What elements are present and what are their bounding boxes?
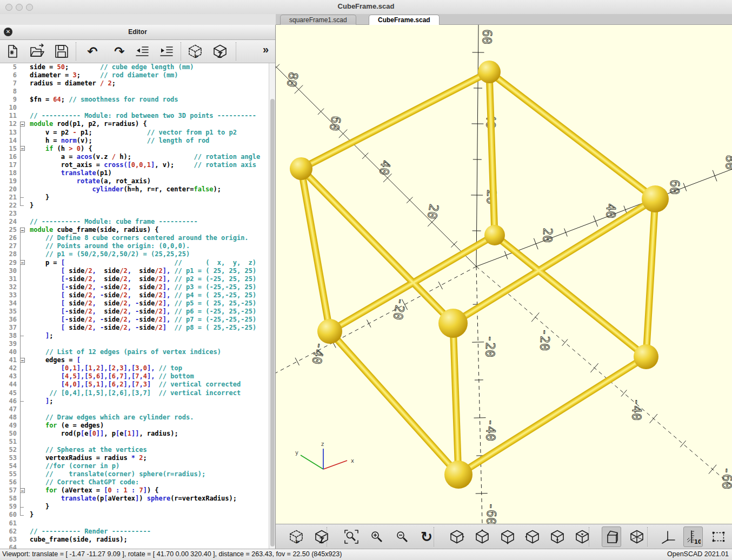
code-editor[interactable]: 5side = 50; // cube edge length (mm)6dia…: [0, 63, 275, 550]
line-number: 49: [0, 422, 19, 430]
view-top-button[interactable]: [473, 526, 492, 547]
tab-squareframe1[interactable]: squareFrame1.scad: [280, 15, 356, 25]
code-line[interactable]: 6diameter = 3; // rod diameter (mm): [0, 71, 275, 79]
unindent-button[interactable]: [133, 42, 151, 61]
view-right-button[interactable]: [447, 526, 467, 547]
code-line[interactable]: 17 rot_axis = cross([0,0,1], v); // rota…: [0, 161, 275, 169]
view-left-button[interactable]: [523, 526, 542, 547]
code-line[interactable]: 5side = 50; // cube edge length (mm): [0, 63, 275, 71]
code-line[interactable]: 51: [0, 438, 275, 446]
close-panel-icon[interactable]: ✕: [4, 28, 12, 36]
code-line[interactable]: 32 [-side/2, -side/2, side/2], // p3 = (…: [0, 283, 275, 291]
scrollbar-thumb[interactable]: [270, 99, 275, 546]
view-bottom-button[interactable]: [498, 526, 517, 547]
code-line[interactable]: 47: [0, 405, 275, 414]
code-line[interactable]: 25−module cube_frame(side, radius) {: [0, 226, 275, 234]
code-line[interactable]: 16 a = acos(v.z / h); // rotation angle: [0, 153, 275, 161]
code-line[interactable]: 59 }: [0, 503, 275, 511]
code-line[interactable]: 56 // Correct ChatGPT code:: [0, 478, 275, 486]
code-line[interactable]: 44 [4,0],[5,1],[6,2],[7,3] // vertical c…: [0, 381, 275, 389]
code-line[interactable]: 19 rotate(a, rot_axis): [0, 177, 275, 185]
code-line[interactable]: 23: [0, 210, 275, 218]
zoom-out-button[interactable]: [392, 526, 412, 547]
view-all-button[interactable]: [709, 526, 728, 547]
code-line[interactable]: 29− p = [ // ( x, y, z): [0, 259, 275, 267]
code-line[interactable]: 38 ];: [0, 332, 275, 340]
code-line[interactable]: 33 [ side/2, -side/2, side/2], // p4 = (…: [0, 291, 275, 299]
code-line[interactable]: 46 ];: [0, 397, 275, 405]
code-line[interactable]: 20 cylinder(h=h, r=r, center=false);: [0, 185, 275, 194]
code-line[interactable]: 10: [0, 104, 275, 112]
code-line[interactable]: 24// ---------- Module: cube frame -----…: [0, 218, 275, 226]
code-line[interactable]: 11// ---------- Module: rod between two …: [0, 112, 275, 120]
code-line[interactable]: 14 h = norm(v); // length of rod: [0, 137, 275, 145]
code-line[interactable]: 35 [-side/2, side/2, -side/2], // p6 = (…: [0, 308, 275, 316]
preview-button[interactable]: »: [287, 526, 306, 547]
fold-toggle-icon[interactable]: −: [20, 146, 25, 151]
code-line[interactable]: 8: [0, 88, 275, 96]
fold-toggle-icon[interactable]: −: [20, 488, 25, 493]
code-line[interactable]: 48 // Draw edges which are cylinder rods…: [0, 414, 275, 422]
code-line[interactable]: 30 [ side/2, side/2, side/2], // p1 = ( …: [0, 267, 275, 275]
code-line[interactable]: 26 // Define 8 cube corners centered aro…: [0, 234, 275, 242]
code-line[interactable]: 54 //for (corner in p): [0, 462, 275, 470]
code-line[interactable]: 9$fn = 64; // smoothness for round rods: [0, 96, 275, 104]
new-file-button[interactable]: [3, 42, 22, 61]
code-line[interactable]: 31 [-side/2, side/2, side/2], // p2 = (-…: [0, 275, 275, 283]
code-line[interactable]: 15− if (h > 0) {: [0, 145, 275, 153]
3d-viewport[interactable]: 204060-20-40-602040608020406080-20-40-20…: [276, 25, 732, 524]
save-file-button[interactable]: [52, 42, 71, 61]
tab-cubeframe[interactable]: CubeFrame.scad: [369, 15, 440, 25]
fold-toggle-icon[interactable]: −: [20, 260, 25, 265]
orthogonal-button[interactable]: [627, 526, 647, 547]
code-line[interactable]: 57− for (aVertex = [0 : 1 : 7]) {: [0, 486, 275, 495]
undo-button[interactable]: ↶: [83, 42, 102, 61]
code-line[interactable]: 13 v = p2 - p1; // vector from p1 to p2: [0, 129, 275, 137]
code-line[interactable]: 42 [0,1],[1,2],[2,3],[3,0], // top: [0, 364, 275, 372]
indent-button[interactable]: [157, 42, 176, 61]
code-line[interactable]: 36 [-side/2, -side/2, -side/2], // p7 = …: [0, 316, 275, 324]
code-line[interactable]: 12−module rod(p1, p2, r=radius) {: [0, 120, 275, 128]
fold-gutter: [19, 340, 27, 348]
code-line[interactable]: 53 vertexRadius = radius * 2;: [0, 454, 275, 462]
view-front-button[interactable]: [548, 526, 567, 547]
toolbar-overflow-button[interactable]: »: [263, 43, 269, 56]
code-line[interactable]: 27 // Points around the origin: (0,0,0).: [0, 242, 275, 250]
show-axes-button[interactable]: [658, 526, 677, 547]
line-number: 29: [0, 259, 19, 267]
code-line[interactable]: 50 rod(p[e[0]], p[e[1]], radius);: [0, 430, 275, 438]
code-line[interactable]: 52 // Spheres at the vertices: [0, 446, 275, 454]
open-file-button[interactable]: [28, 42, 46, 61]
perspective-button[interactable]: [602, 526, 621, 547]
code-line[interactable]: 49 for (e = edges): [0, 422, 275, 430]
fold-toggle-icon[interactable]: −: [20, 122, 25, 126]
code-line[interactable]: 61: [0, 519, 275, 528]
code-line[interactable]: 37 [ side/2, -side/2, -side/2] // p8 = (…: [0, 324, 275, 332]
redo-button[interactable]: ↷: [110, 42, 129, 61]
fold-toggle-icon[interactable]: −: [20, 228, 25, 232]
zoom-all-button[interactable]: [342, 526, 361, 547]
show-scale-button[interactable]: 10: [683, 526, 703, 547]
editor-scrollbar[interactable]: [269, 63, 275, 550]
code-line[interactable]: 18 translate(p1): [0, 169, 275, 177]
code-line[interactable]: 40 // List of 12 edges (pairs of vertex …: [0, 348, 275, 356]
code-line[interactable]: 21 }: [0, 194, 275, 202]
code-line[interactable]: 55 // translate(corner) sphere(r=radius)…: [0, 470, 275, 478]
code-line[interactable]: 62// ---------- Render ----------: [0, 528, 275, 536]
code-line[interactable]: 43 [4,5],[5,6],[6,7],[7,4], // bottom: [0, 372, 275, 381]
code-line[interactable]: 58 translate(p[aVertex]) sphere(r=vertex…: [0, 495, 275, 503]
code-line[interactable]: 41− edges = [: [0, 356, 275, 364]
code-line[interactable]: 28 // p1 = (50/2,50/2,50/2) = (25,25,25): [0, 250, 275, 258]
code-line[interactable]: 34 [ side/2, side/2, -side/2], // p5 = (…: [0, 299, 275, 308]
render-button[interactable]: [211, 42, 229, 61]
code-line[interactable]: 39: [0, 340, 275, 348]
zoom-in-button[interactable]: [367, 526, 387, 547]
code-line[interactable]: 45 // [0,4],[1,5],[2,6],[3,7] // vertica…: [0, 389, 275, 397]
preview-button[interactable]: »: [186, 42, 204, 61]
fold-toggle-icon[interactable]: −: [20, 358, 25, 363]
code-line[interactable]: 22}: [0, 202, 275, 210]
code-line[interactable]: 7radius = diameter / 2;: [0, 79, 275, 88]
code-line[interactable]: 60}: [0, 511, 275, 519]
code-line[interactable]: 63cube_frame(side, radius);: [0, 536, 275, 544]
render-button[interactable]: [312, 526, 331, 547]
